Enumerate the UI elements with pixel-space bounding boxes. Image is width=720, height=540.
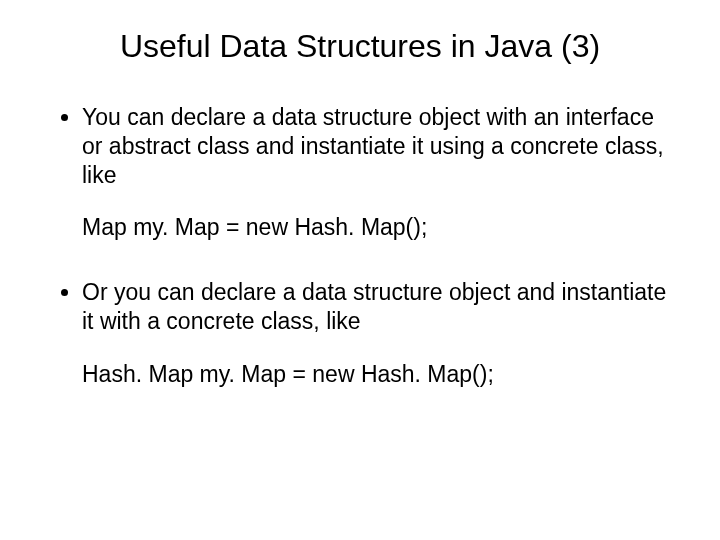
code-line-1: Map my. Map = new Hash. Map(); <box>82 213 672 242</box>
code-line-2-wrapper: Hash. Map my. Map = new Hash. Map(); <box>82 360 672 389</box>
bullet-text-1: You can declare a data structure object … <box>82 103 672 189</box>
code-line-2: Hash. Map my. Map = new Hash. Map(); <box>82 360 672 389</box>
bullet-item-1: You can declare a data structure object … <box>82 103 672 189</box>
bullet-text-2: Or you can declare a data structure obje… <box>82 278 672 336</box>
slide: Useful Data Structures in Java (3) You c… <box>0 0 720 540</box>
code-line-1-wrapper: Map my. Map = new Hash. Map(); <box>82 213 672 242</box>
bullet-item-2: Or you can declare a data structure obje… <box>82 278 672 336</box>
bullet-list: You can declare a data structure object … <box>48 103 672 388</box>
slide-title: Useful Data Structures in Java (3) <box>48 28 672 65</box>
